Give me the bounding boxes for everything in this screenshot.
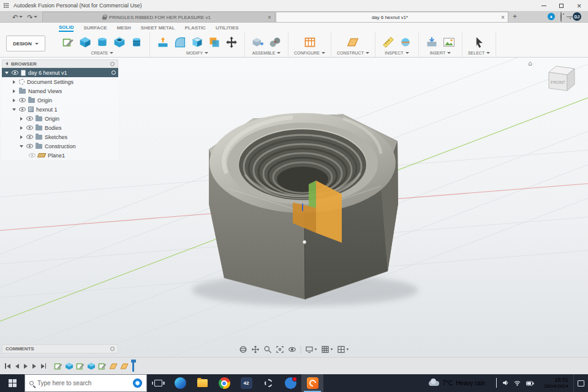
view-cube-face-label[interactable]: FRONT bbox=[551, 80, 566, 85]
look-at-button[interactable] bbox=[288, 345, 296, 353]
browser-item-named-views[interactable]: Named Views bbox=[2, 86, 118, 96]
search-input[interactable] bbox=[37, 380, 129, 386]
timeline-sketch-feature[interactable] bbox=[53, 361, 62, 371]
browser-item-hexnut-component[interactable]: hexnut 1 bbox=[2, 105, 118, 114]
comments-options-button[interactable] bbox=[110, 347, 115, 351]
tool-revolve-button[interactable] bbox=[95, 35, 110, 50]
tool-combine-button[interactable] bbox=[207, 35, 222, 50]
redo-button[interactable] bbox=[27, 12, 37, 21]
expand-icon[interactable] bbox=[19, 144, 24, 149]
new-tab-button[interactable] bbox=[509, 12, 520, 21]
maximize-button[interactable] bbox=[552, 0, 570, 11]
tool-hole-button[interactable] bbox=[112, 35, 127, 50]
expand-icon[interactable] bbox=[12, 98, 17, 103]
taskbar-app-edge[interactable] bbox=[169, 374, 191, 392]
whats-new-button[interactable] bbox=[560, 12, 562, 21]
comments-panel[interactable]: COMMENTS bbox=[2, 344, 118, 353]
chevron-down-icon[interactable] bbox=[486, 52, 490, 54]
expand-icon[interactable] bbox=[19, 135, 24, 140]
browser-item-sketches[interactable]: Sketches bbox=[2, 132, 118, 141]
task-view-button[interactable] bbox=[147, 374, 169, 392]
tab-mesh[interactable]: MESH bbox=[117, 24, 131, 32]
tab-plastic[interactable]: PLASTIC bbox=[185, 24, 206, 32]
chevron-down-icon[interactable] bbox=[366, 52, 369, 54]
timeline-go-to-start-button[interactable] bbox=[5, 363, 10, 369]
tab-close-button[interactable] bbox=[499, 14, 506, 21]
user-avatar[interactable]: DJ bbox=[573, 12, 581, 21]
home-icon[interactable] bbox=[528, 60, 532, 67]
taskbar-app-file-explorer[interactable] bbox=[191, 374, 213, 392]
browser-item-root[interactable]: day 6 hexnut v1 bbox=[2, 68, 118, 77]
timeline-step-forward-button[interactable] bbox=[32, 364, 36, 369]
tool-extrude-button[interactable] bbox=[78, 35, 92, 50]
tool-thread-button[interactable] bbox=[129, 35, 144, 50]
chevron-down-icon[interactable] bbox=[405, 52, 409, 54]
display-settings-button[interactable] bbox=[306, 345, 317, 353]
workspace-selector[interactable]: DESIGN bbox=[6, 36, 45, 51]
timeline-play-button[interactable] bbox=[24, 364, 28, 369]
battery-button[interactable] bbox=[526, 379, 534, 388]
fit-button[interactable] bbox=[276, 345, 284, 353]
timeline-extrude-feature[interactable] bbox=[64, 361, 74, 371]
pan-button[interactable] bbox=[252, 345, 260, 353]
chevron-down-icon[interactable] bbox=[447, 52, 451, 54]
visibility-eye-icon[interactable] bbox=[26, 116, 33, 121]
browser-item-plane1[interactable]: Plane1 bbox=[2, 151, 118, 160]
tool-section-analysis-button[interactable] bbox=[398, 35, 413, 50]
grid-and-snaps-button[interactable] bbox=[322, 345, 333, 353]
document-tab-pringles[interactable]: PRINGLES RIBBED FOR HER PLEASURE v1 bbox=[42, 12, 275, 22]
browser-item-bodies[interactable]: Bodies bbox=[2, 123, 118, 132]
visibility-eye-icon[interactable] bbox=[19, 98, 26, 102]
expand-icon[interactable] bbox=[12, 107, 17, 112]
tool-insert-component-button[interactable] bbox=[424, 35, 439, 50]
view-cube-icon[interactable]: FRONT bbox=[541, 60, 579, 96]
tool-shell-button[interactable] bbox=[190, 35, 205, 50]
view-cube[interactable]: FRONT bbox=[528, 60, 583, 99]
visibility-eye-icon[interactable] bbox=[26, 144, 33, 148]
taskbar-clock[interactable]: 18:01 28/04/2024 bbox=[539, 374, 573, 392]
visibility-eye-icon[interactable] bbox=[19, 107, 26, 111]
taskbar-app-chrome[interactable] bbox=[213, 374, 235, 392]
expand-icon[interactable] bbox=[12, 89, 17, 94]
collapse-panel-icon[interactable] bbox=[6, 62, 8, 66]
visibility-eye-icon[interactable] bbox=[26, 126, 33, 130]
tool-fillet-button[interactable] bbox=[173, 35, 187, 50]
hidden-icons-button[interactable] bbox=[496, 379, 497, 388]
active-component-radio[interactable] bbox=[111, 70, 116, 75]
cortana-icon[interactable] bbox=[133, 379, 142, 388]
timeline-go-to-end-button[interactable] bbox=[41, 363, 47, 369]
tool-select-button[interactable] bbox=[472, 35, 486, 50]
expand-icon[interactable] bbox=[4, 70, 9, 75]
panel-options-button[interactable] bbox=[110, 62, 115, 66]
volume-button[interactable] bbox=[502, 379, 508, 388]
tool-construction-plane-button[interactable] bbox=[345, 35, 360, 50]
timeline-sketch-feature[interactable] bbox=[97, 361, 107, 371]
job-status-icon[interactable] bbox=[548, 13, 555, 20]
orbit-button[interactable] bbox=[239, 345, 247, 353]
tool-create-sketch-button[interactable] bbox=[61, 35, 75, 50]
expand-icon[interactable] bbox=[19, 116, 24, 121]
tab-surface[interactable]: SURFACE bbox=[83, 24, 107, 32]
timeline-step-back-button[interactable] bbox=[15, 364, 19, 369]
undo-button[interactable] bbox=[12, 12, 23, 21]
start-button[interactable] bbox=[0, 374, 24, 392]
chevron-down-icon[interactable] bbox=[277, 52, 281, 54]
document-tab-hexnut[interactable]: day 6 hexnut v1* bbox=[276, 12, 508, 22]
taskbar-app-mail[interactable] bbox=[279, 374, 301, 392]
visibility-eye-icon[interactable] bbox=[26, 135, 33, 139]
close-button[interactable] bbox=[570, 0, 588, 11]
tool-configuration-button[interactable] bbox=[303, 35, 317, 50]
browser-item-origin[interactable]: Origin bbox=[2, 96, 118, 105]
taskbar-weather[interactable]: 7°C Heavy rain bbox=[423, 374, 491, 392]
browser-item-document-settings[interactable]: Document Settings bbox=[2, 77, 118, 86]
chevron-down-icon[interactable] bbox=[110, 52, 113, 54]
tool-press-pull-button[interactable] bbox=[156, 35, 170, 50]
expand-icon[interactable] bbox=[12, 80, 17, 85]
timeline-extrude-feature[interactable] bbox=[86, 361, 96, 371]
chevron-down-icon[interactable] bbox=[205, 52, 208, 54]
notification-center-button[interactable] bbox=[573, 374, 588, 392]
tool-new-component-button[interactable] bbox=[251, 35, 265, 50]
timeline-playhead[interactable] bbox=[132, 360, 134, 372]
tool-joint-button[interactable] bbox=[268, 35, 282, 50]
taskbar-search-box[interactable] bbox=[24, 374, 147, 392]
